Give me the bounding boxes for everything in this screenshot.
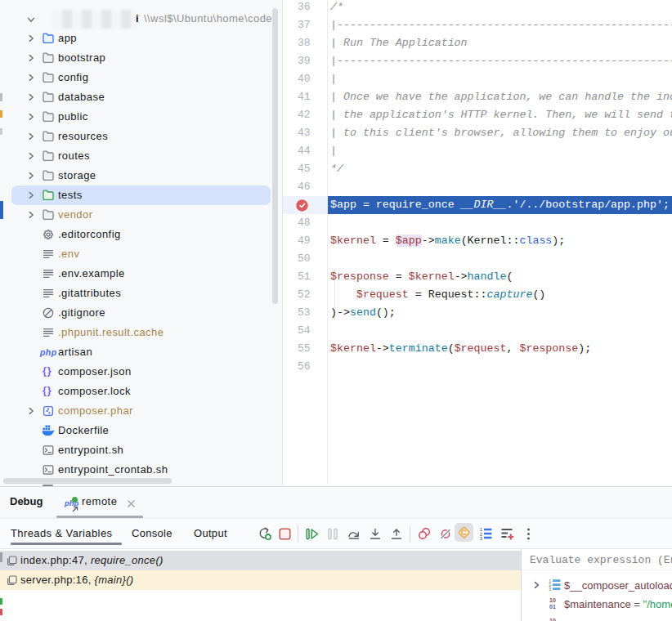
svg-text:01: 01 bbox=[549, 604, 556, 610]
svg-text:10: 10 bbox=[549, 618, 556, 621]
svg-text:10: 10 bbox=[549, 597, 556, 603]
svg-text:3: 3 bbox=[480, 536, 482, 540]
svg-text:3: 3 bbox=[549, 587, 552, 592]
